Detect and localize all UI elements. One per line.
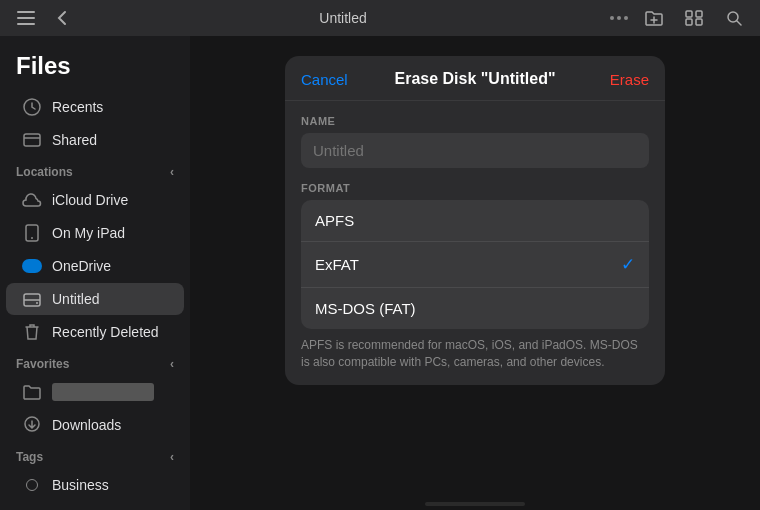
exfat-check-icon: ✓ [621,254,635,275]
favorites-chevron: ‹ [170,357,174,371]
format-item-exfat[interactable]: ExFAT ✓ [301,242,649,288]
locations-section: Locations ‹ [0,157,190,183]
sidebar-item-onedrive[interactable]: OneDrive [6,250,184,282]
favorites-section: Favorites ‹ [0,349,190,375]
downloads-icon [22,415,42,435]
sidebar-item-shared[interactable]: Shared [6,124,184,156]
ipad-icon [22,223,42,243]
tags-section: Tags ‹ [0,442,190,468]
sidebar-item-favorite1[interactable]: ████████████ [6,376,184,408]
recents-icon [22,97,42,117]
new-folder-button[interactable] [640,4,668,32]
select-button[interactable] [680,4,708,32]
cancel-button[interactable]: Cancel [301,71,361,88]
svg-rect-5 [686,11,692,17]
main-layout: Files Recents Shared Locations ‹ [0,36,760,510]
window-title: Untitled [319,10,366,26]
svg-point-16 [36,302,38,304]
format-field-label: FORMAT [301,182,649,194]
sidebar-item-downloads[interactable]: Downloads [6,409,184,441]
favorite1-label: ████████████ [52,383,154,401]
sidebar-item-ipad[interactable]: On My iPad [6,217,184,249]
svg-rect-6 [696,11,702,17]
svg-line-10 [737,21,741,25]
dialog-body: NAME FORMAT APFS ExFAT ✓ MS-DOS (FAT) AP [285,101,665,385]
more-options-icon[interactable] [610,16,628,20]
content-area: Cancel Erase Disk "Untitled" Erase NAME … [190,36,760,510]
format-item-msdos[interactable]: MS-DOS (FAT) [301,288,649,329]
icloud-label: iCloud Drive [52,192,128,208]
format-item-apfs[interactable]: APFS [301,200,649,242]
business-tag-icon [22,475,42,495]
format-description: APFS is recommended for macOS, iOS, and … [301,337,649,371]
downloads-label: Downloads [52,417,121,433]
format-msdos-label: MS-DOS (FAT) [315,300,416,317]
dialog-title: Erase Disk "Untitled" [361,70,589,88]
folder-icon [22,382,42,402]
top-bar: Untitled [0,0,760,36]
sidebar-item-deleted[interactable]: Recently Deleted [6,316,184,348]
trash-icon [22,322,42,342]
tags-chevron: ‹ [170,450,174,464]
locations-chevron: ‹ [170,165,174,179]
shared-icon [22,130,42,150]
svg-rect-2 [17,23,35,25]
deleted-label: Recently Deleted [52,324,159,340]
sidebar-item-business[interactable]: Business [6,469,184,501]
svg-rect-8 [696,19,702,25]
format-exfat-label: ExFAT [315,256,359,273]
back-button[interactable] [48,4,76,32]
svg-rect-1 [17,17,35,19]
name-field-label: NAME [301,115,649,127]
top-bar-right [610,4,748,32]
icloud-icon [22,190,42,210]
svg-rect-12 [24,134,40,146]
shared-label: Shared [52,132,97,148]
sidebar-item-icloud[interactable]: iCloud Drive [6,184,184,216]
name-input[interactable] [301,133,649,168]
svg-point-14 [31,237,33,239]
svg-rect-7 [686,19,692,25]
ipad-label: On My iPad [52,225,125,241]
top-bar-left [12,4,76,32]
onedrive-label: OneDrive [52,258,111,274]
untitled-label: Untitled [52,291,99,307]
format-apfs-label: APFS [315,212,354,229]
sidebar-item-red[interactable]: Red [6,502,184,510]
erase-disk-dialog: Cancel Erase Disk "Untitled" Erase NAME … [285,56,665,385]
drive-icon [22,289,42,309]
search-button[interactable] [720,4,748,32]
sidebar: Files Recents Shared Locations ‹ [0,36,190,510]
erase-button[interactable]: Erase [589,71,649,88]
onedrive-icon [22,256,42,276]
sidebar-item-untitled[interactable]: Untitled [6,283,184,315]
svg-rect-0 [17,11,35,13]
business-label: Business [52,477,109,493]
sidebar-toggle-button[interactable] [12,4,40,32]
format-list: APFS ExFAT ✓ MS-DOS (FAT) [301,200,649,329]
sidebar-title: Files [0,48,190,90]
sidebar-item-recents[interactable]: Recents [6,91,184,123]
recents-label: Recents [52,99,103,115]
dialog-header: Cancel Erase Disk "Untitled" Erase [285,56,665,101]
